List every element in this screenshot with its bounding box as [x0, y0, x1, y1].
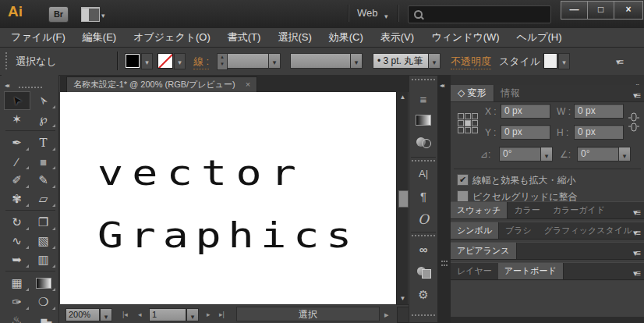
x-field[interactable]: 0 px [501, 104, 550, 119]
status-overflow-icon[interactable]: ▸ [384, 310, 389, 320]
canvas-text-line1[interactable]: vector [97, 153, 305, 193]
search-box[interactable] [408, 5, 551, 23]
width-tool[interactable]: ∿ [4, 232, 30, 250]
appearance-menu-icon[interactable] [633, 245, 639, 259]
symbol-sprayer-tool[interactable]: ♨ [4, 311, 30, 323]
tab-close-icon[interactable]: × [246, 80, 250, 89]
workspace-switcher[interactable]: Web [357, 7, 378, 19]
workspace-switcher-chevron-icon[interactable] [384, 8, 388, 22]
tab-graphic-styles[interactable]: グラフィックスタイル [538, 222, 639, 239]
align-pixel-grid-checkbox[interactable] [457, 190, 469, 202]
stroke-panel-icon[interactable]: ≡ [409, 93, 437, 106]
rotate-tool[interactable]: ↻ [4, 213, 30, 232]
style-swatch[interactable] [543, 53, 557, 69]
mesh-tool[interactable]: ▦ [4, 274, 30, 293]
shear-field[interactable]: 0° [577, 147, 619, 162]
zoom-level-field[interactable]: 200% [65, 308, 100, 321]
style-chevron-icon[interactable] [558, 53, 570, 69]
symbols-menu-icon[interactable] [633, 225, 639, 239]
layers-menu-icon[interactable] [633, 265, 639, 279]
menu-object[interactable]: オブジェクト(O) [133, 30, 211, 44]
zoom-chevron-icon[interactable] [100, 308, 112, 321]
blob-brush-tool[interactable]: ✾ [4, 190, 30, 208]
opacity-link[interactable]: 不透明度 [451, 55, 491, 69]
tab-color-guide[interactable]: カラーガイド [547, 202, 611, 218]
line-segment-tool[interactable]: ∕ [4, 152, 30, 171]
column-graph-tool[interactable]: ▂▆▄ [30, 311, 57, 323]
links-panel-icon[interactable]: ∞ [409, 243, 437, 256]
dock-grip[interactable] [412, 160, 435, 162]
stroke-color-swatch[interactable] [157, 53, 173, 69]
scale-tool[interactable]: ❐ [30, 213, 57, 232]
control-bar-grip[interactable] [5, 52, 9, 69]
scroll-down-icon[interactable] [397, 293, 409, 304]
h-field[interactable]: 0 px [574, 125, 624, 140]
selection-tool[interactable]: ➤ [4, 91, 30, 110]
direct-selection-tool[interactable]: ➢ [30, 91, 57, 110]
menu-select[interactable]: 選択(S) [278, 30, 311, 44]
close-button[interactable]: × [614, 1, 643, 20]
stroke-color-chevron-icon[interactable] [174, 53, 186, 69]
previous-artboard-icon[interactable]: ◂ [138, 311, 142, 318]
eraser-tool[interactable]: ▱ [30, 190, 57, 208]
tab-swatches[interactable]: スウォッチ [451, 202, 508, 218]
stroke-weight-stepper[interactable]: ▲▼ [217, 53, 228, 70]
blend-tool[interactable]: ❍ [30, 293, 57, 311]
workspace-chevron-down-icon[interactable] [101, 7, 105, 21]
next-artboard-icon[interactable]: ▸ [207, 311, 211, 318]
canvas-text-line2[interactable]: Graphics [97, 215, 359, 255]
collapse-dock-icon[interactable] [440, 76, 443, 91]
pen-tool[interactable]: ✒ [4, 133, 30, 152]
scale-strokes-checkbox[interactable]: ✔ [457, 174, 469, 186]
document-tab[interactable]: 名称未設定-1* @ 200% (RGB/プレビュー) × [66, 76, 257, 93]
menu-effect[interactable]: 効果(C) [329, 30, 363, 44]
rotate-chevron-icon[interactable] [540, 147, 553, 162]
dock-resize-gutter[interactable] [438, 75, 451, 323]
dock-grip[interactable] [412, 235, 435, 236]
menu-window[interactable]: ウィンドウ(W) [431, 30, 499, 44]
magic-wand-tool[interactable]: ✶ [4, 110, 30, 129]
pathfinder-panel-icon[interactable] [409, 266, 437, 279]
gutter-grip[interactable] [441, 261, 448, 262]
fill-color-swatch[interactable] [125, 53, 140, 69]
menu-help[interactable]: ヘルプ(H) [517, 30, 562, 44]
y-field[interactable]: 0 px [501, 125, 550, 140]
lasso-tool[interactable]: ℘ [30, 110, 57, 129]
rotate-field[interactable]: 0° [499, 147, 541, 162]
bridge-button[interactable]: Br [48, 6, 69, 23]
width-profile-field[interactable] [290, 53, 351, 69]
tab-artboards[interactable]: アートボード [498, 263, 564, 279]
menu-view[interactable]: 表示(V) [380, 30, 414, 44]
dock-grip[interactable] [412, 314, 435, 316]
menu-edit[interactable]: 編集(E) [83, 30, 116, 44]
tools-grip[interactable] [19, 87, 42, 88]
character-panel-icon[interactable]: A| [409, 168, 437, 179]
stroke-weight-chevron-icon[interactable] [268, 53, 281, 69]
actions-panel-icon[interactable]: ⚙ [409, 288, 437, 302]
opentype-panel-icon[interactable]: O [409, 211, 437, 227]
maximize-button[interactable]: □ [587, 1, 614, 20]
constrain-proportions-icon[interactable] [628, 112, 639, 133]
brush-chevron-icon[interactable] [428, 53, 441, 69]
eyedropper-tool[interactable]: ✑ [4, 293, 30, 311]
control-bar-menu-icon[interactable] [616, 54, 622, 68]
artboard-number-field[interactable]: 1 [149, 308, 186, 321]
dock-grip[interactable] [412, 79, 435, 80]
stroke-link[interactable]: 線 : [193, 55, 209, 69]
swatches-menu-icon[interactable] [633, 204, 639, 218]
reference-point-locator[interactable] [458, 113, 478, 133]
last-artboard-icon[interactable]: ▸| [219, 311, 225, 318]
artboard-chevron-icon[interactable] [186, 308, 199, 321]
shape-builder-tool[interactable]: ➥ [4, 250, 30, 269]
pencil-tool[interactable]: ✎ [30, 171, 57, 190]
free-transform-tool[interactable]: ▧ [30, 232, 57, 250]
scroll-up-icon[interactable] [397, 92, 409, 103]
tab-appearance[interactable]: アピアランス [451, 243, 517, 259]
width-profile-chevron-icon[interactable] [350, 53, 363, 69]
fill-color-chevron-icon[interactable] [141, 53, 153, 69]
collapse-tools-icon[interactable] [5, 76, 8, 91]
artboard-canvas[interactable]: vector Graphics [60, 92, 396, 304]
rectangle-tool[interactable]: ■ [30, 152, 57, 171]
tab-symbols[interactable]: シンボル [451, 222, 499, 239]
first-artboard-icon[interactable]: |◂ [122, 311, 128, 318]
